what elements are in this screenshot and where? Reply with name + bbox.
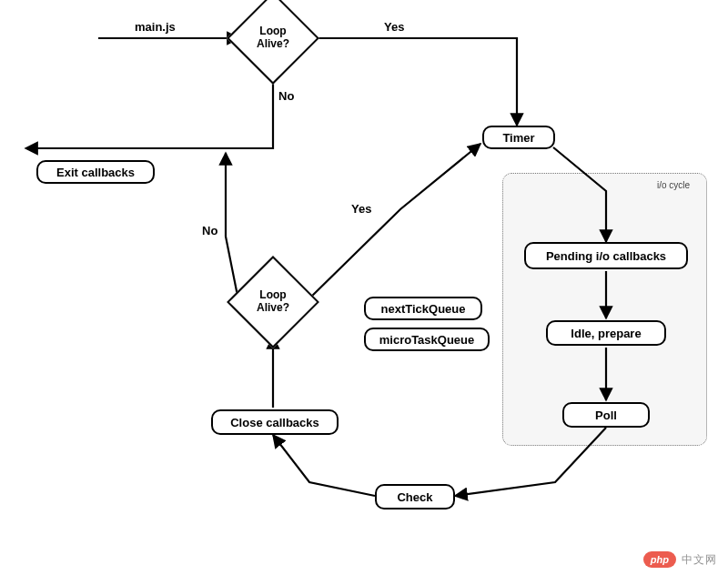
node-poll: Poll <box>562 402 650 428</box>
node-timer: Timer <box>482 126 555 149</box>
watermark-logo: php <box>643 551 676 568</box>
node-idle-prepare: Idle, prepare <box>546 320 666 346</box>
node-nexttickqueue: nextTickQueue <box>364 297 482 320</box>
watermark-text: 中文网 <box>682 552 717 568</box>
node-pending-io-callbacks: Pending i/o callbacks <box>524 242 688 269</box>
label-yes-mid: Yes <box>351 202 371 216</box>
label-no-mid: No <box>202 224 217 237</box>
node-exit-callbacks: Exit callbacks <box>36 160 155 184</box>
watermark: php 中文网 <box>643 551 717 568</box>
node-close-callbacks: Close callbacks <box>211 409 339 435</box>
label-no-top: No <box>278 89 294 103</box>
label-yes-top: Yes <box>384 20 404 34</box>
decision-loop-alive-mid: Loop Alive? <box>240 269 306 335</box>
node-microtaskqueue: microTaskQueue <box>364 328 490 351</box>
io-cycle-label: i/o cycle <box>657 180 690 190</box>
node-check: Check <box>375 484 455 509</box>
decision-loop-alive-top: Loop Alive? <box>240 5 306 71</box>
label-mainjs: main.js <box>135 20 176 34</box>
